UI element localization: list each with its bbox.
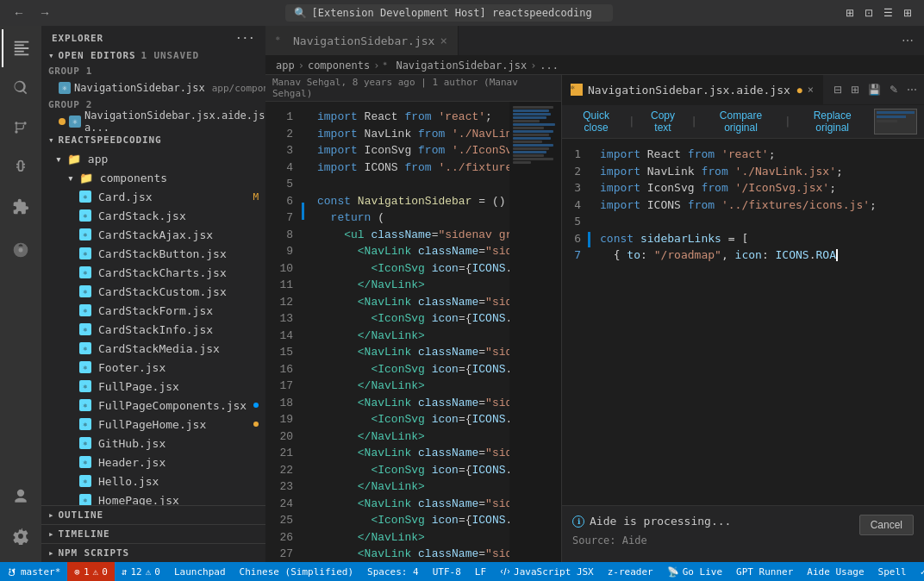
left-editor-content[interactable]: 12345 678910 1112131415 1617181920 21222… (265, 102, 561, 562)
git-blame-bar: Manav Sehgal, 8 years ago | 1 author (Ma… (265, 75, 561, 102)
status-gpt-runner[interactable]: GPT Runner (729, 562, 800, 581)
left-code-pane: Manav Sehgal, 8 years ago | 1 author (Ma… (265, 75, 562, 562)
status-aide-usage[interactable]: Aide Usage (800, 562, 871, 581)
ai-action-btn-5[interactable]: ⋯ (903, 82, 921, 97)
activity-explorer[interactable] (2, 29, 40, 67)
tree-homepage-jsx[interactable]: ⚛ HomePage.jsx (41, 490, 265, 505)
tree-card-jsx[interactable]: ⚛ Card.jsx M (41, 187, 265, 206)
status-golive[interactable]: 📡 Go Live (660, 562, 729, 581)
activity-settings[interactable] (2, 517, 40, 555)
tree-components-folder[interactable]: ▾ 📁 components (41, 168, 265, 187)
outline-header[interactable]: ▸ OUTLINE (41, 506, 265, 524)
status-reader[interactable]: z-reader (601, 562, 660, 581)
ai-code-content[interactable]: import React from 'react'; import NavLin… (593, 139, 924, 505)
status-error-count[interactable]: ⊗ 1 ⚠ 0 (67, 562, 115, 581)
nav-back-button[interactable]: ← (9, 4, 29, 22)
left-code-content[interactable]: import React from 'react'; import NavLin… (307, 102, 509, 562)
ai-cancel-button[interactable]: Cancel (859, 515, 914, 535)
timeline-label: TIMELINE (59, 528, 110, 540)
status-encoding[interactable]: UTF-8 (426, 562, 468, 581)
activity-debug[interactable] (2, 148, 40, 186)
split-editor-button[interactable]: ⋯ (898, 32, 917, 49)
breadcrumb: app › components › ⚛ NavigationSidebar.j… (265, 56, 924, 75)
file-name: Hello.jsx (98, 475, 159, 488)
status-line-ending[interactable]: LF (468, 562, 493, 581)
ai-tab-close[interactable]: × (808, 84, 814, 96)
tree-fullpagehome-jsx[interactable]: ⚛ FullPageHome.jsx (41, 415, 265, 434)
status-remote[interactable]: ⇵ 12 ⚠ 0 (115, 562, 167, 581)
timeline-section[interactable]: ▸ TIMELINE (41, 524, 265, 543)
open-editor-aide[interactable]: ⚛ NavigationSidebar.jsx.aide.js a... 1 (41, 112, 265, 131)
chevron-right-icon-outline: ▸ (48, 509, 55, 521)
tree-cardstackform-jsx[interactable]: ⚛ CardStackForm.jsx (41, 301, 265, 320)
quick-close-button[interactable]: Quick close (569, 109, 623, 134)
npm-header[interactable]: ▸ NPM SCRIPTS (41, 544, 265, 562)
sidebar-more-actions[interactable]: ··· (235, 33, 255, 44)
layout-button-4[interactable]: ⊞ (900, 5, 915, 21)
breadcrumb-components[interactable]: components (308, 59, 370, 72)
tree-cardstackbutton-jsx[interactable]: ⚛ CardStackButton.jsx (41, 244, 265, 263)
activity-extensions[interactable] (2, 188, 40, 226)
activity-remote[interactable] (2, 231, 40, 269)
open-editor-nav-sidebar[interactable]: ⚛ NavigationSidebar.jsx app/components (41, 78, 265, 97)
tab-nav-sidebar[interactable]: ⚛ NavigationSidebar.jsx × (265, 26, 459, 56)
ai-action-btn-3[interactable]: 💾 (865, 82, 884, 97)
tree-cardstackcharts-jsx[interactable]: ⚛ CardStackCharts.jsx (41, 263, 265, 282)
tree-hello-jsx[interactable]: ⚛ Hello.jsx (41, 472, 265, 490)
status-prettier[interactable]: ✓ Prettier (914, 562, 924, 581)
tree-footer-jsx[interactable]: ⚛ Footer.jsx (41, 358, 265, 377)
tree-cardstackajax-jsx[interactable]: ⚛ CardStackAjax.jsx (41, 225, 265, 244)
activity-git[interactable] (2, 109, 40, 147)
tree-app-folder[interactable]: ▾ 📁 app (41, 149, 265, 168)
breadcrumb-symbol[interactable]: ... (540, 59, 559, 72)
breadcrumb-app[interactable]: app (276, 59, 295, 72)
app-container: EXPLORER ··· ▾ OPEN EDITORS 1 unsaved GR… (0, 26, 924, 581)
tree-fullpagecomponents-jsx[interactable]: ⚛ FullPageComponents.jsx (41, 396, 265, 415)
breadcrumb-file[interactable]: NavigationSidebar.jsx (396, 59, 527, 72)
compare-original-button[interactable]: Compare original (702, 109, 779, 134)
status-chinese[interactable]: Chinese (Simplified) (233, 562, 360, 581)
ai-action-btn-4[interactable]: ✎ (886, 82, 902, 97)
tree-fullpage-jsx[interactable]: ⚛ FullPage.jsx (41, 377, 265, 396)
status-launchpad[interactable]: Launchpad (167, 562, 233, 581)
ai-action-btn-1[interactable]: ⊟ (830, 82, 846, 97)
change-dot-blue (253, 403, 259, 408)
nav-forward-button[interactable]: → (34, 4, 55, 22)
activity-accounts[interactable] (2, 478, 40, 515)
tree-cardstackmedia-jsx[interactable]: ⚛ CardStackMedia.jsx (41, 339, 265, 358)
status-branch[interactable]: master* (0, 562, 67, 581)
jsx-icon: ⚛ (79, 247, 91, 259)
titlebar-center: 🔍 [Extension Development Host] reactspee… (55, 4, 842, 22)
status-spaces[interactable]: Spaces: 4 (360, 562, 426, 581)
copy-text-button[interactable]: Copy text (640, 109, 685, 134)
status-language[interactable]: JavaScript JSX (493, 562, 601, 581)
ai-action-btn-2[interactable]: ⊞ (847, 82, 863, 97)
timeline-header[interactable]: ▸ TIMELINE (41, 525, 265, 543)
activity-search[interactable] (2, 69, 40, 107)
jsx-icon: ⚛ (79, 266, 91, 278)
ai-tab-aide[interactable]: ⚛ NavigationSidebar.jsx.aide.jsx ● × (562, 75, 823, 105)
titlebar-search-bar[interactable]: 🔍 [Extension Development Host] reactspee… (285, 4, 613, 22)
ai-editor-content[interactable]: 12345 67 import R (562, 139, 924, 505)
tree-cardstackcustom-jsx[interactable]: ⚛ CardStackCustom.jsx (41, 282, 265, 301)
project-section[interactable]: ▾ REACTSPEEDCODING (41, 131, 265, 149)
tree-cardstackinfo-jsx[interactable]: ⚛ CardStackInfo.jsx (41, 320, 265, 339)
file-name: CardStackAjax.jsx (98, 228, 213, 241)
toolbar-sep3: | (784, 116, 790, 128)
layout-button-1[interactable]: ⊞ (842, 5, 858, 21)
outline-section[interactable]: ▸ OUTLINE (41, 505, 265, 524)
tab-close-left[interactable]: × (440, 34, 446, 47)
svg-point-2 (15, 122, 17, 124)
layout-button-2[interactable]: ⊡ (861, 5, 877, 21)
titlebar-nav: ← → (9, 4, 55, 22)
gutter-indicators (300, 102, 307, 562)
jsx-icon: ⚛ (79, 304, 91, 316)
status-spell[interactable]: Spell (871, 562, 914, 581)
replace-original-button[interactable]: Replace original (796, 109, 869, 134)
zero2: 0 (154, 566, 160, 578)
tree-github-jsx[interactable]: ⚛ GitHub.jsx (41, 434, 265, 453)
tree-header-jsx[interactable]: ⚛ Header.jsx (41, 453, 265, 472)
tree-cardstack-jsx[interactable]: ⚛ CardStack.jsx (41, 206, 265, 225)
layout-button-3[interactable]: ☰ (880, 5, 896, 21)
npm-section[interactable]: ▸ NPM SCRIPTS (41, 543, 265, 562)
